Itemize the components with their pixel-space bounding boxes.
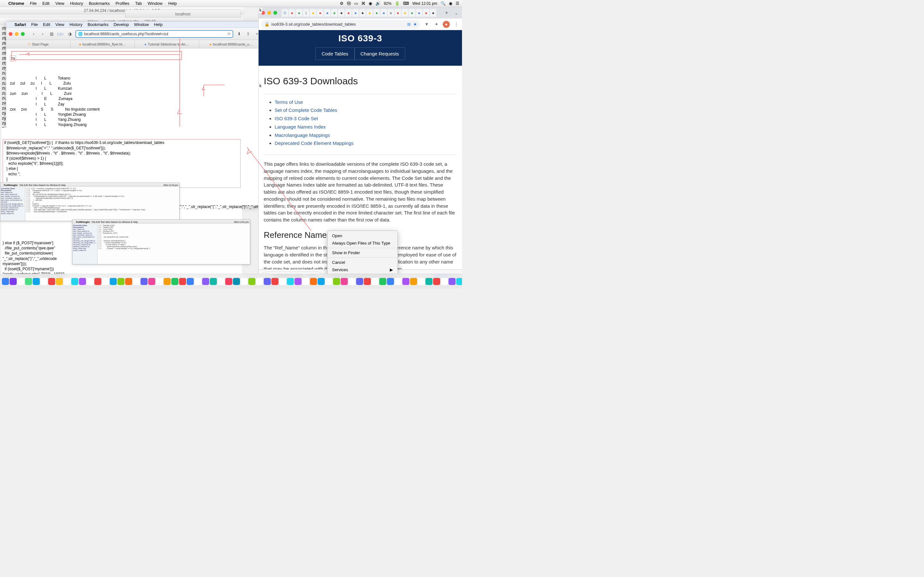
omnibox[interactable]: 🔒 iso639-3.sil.org/code_tables/download_…	[261, 20, 420, 29]
dock-app-icon[interactable]	[410, 278, 417, 285]
safari-menu-file[interactable]: File	[31, 22, 38, 27]
chrome-tab[interactable]: ■	[310, 9, 317, 17]
chrome-tab[interactable]: a	[388, 9, 394, 17]
dock-app-icon[interactable]	[94, 278, 102, 285]
dock-app-icon[interactable]	[372, 278, 379, 285]
dock-app-icon[interactable]	[433, 278, 440, 285]
dock-app-icon[interactable]	[333, 278, 340, 285]
chrome-tab[interactable]: ■	[324, 9, 330, 17]
dock-app-icon[interactable]	[71, 278, 78, 285]
battery-icon[interactable]: 🔋	[395, 1, 400, 6]
extensions-icon[interactable]: ✦	[433, 22, 439, 27]
menu-profiles[interactable]: Profiles	[115, 1, 129, 6]
dock-app-icon[interactable]	[56, 278, 63, 285]
dock-app-icon[interactable]	[349, 278, 355, 285]
menu-tab[interactable]: Tab	[135, 1, 142, 6]
chrome-tab[interactable]: ■	[345, 9, 352, 17]
sidebar-button[interactable]: ▥	[48, 31, 55, 37]
textwrangler-window-1[interactable]: TextWrangler File Edit Text View Search …	[0, 183, 180, 221]
dock-app-icon[interactable]	[25, 278, 32, 285]
tw-editor[interactable]: 1105 1106 1107 1108 1109 1117 1118 1119 …	[25, 187, 179, 221]
status-icon[interactable]: Ⓜ	[347, 1, 351, 6]
dock-app-icon[interactable]	[294, 278, 302, 285]
safari-menubar[interactable]: Safari File Edit View History Bookmarks …	[6, 21, 272, 28]
tab-cards[interactable]: ●localhost:8888/cards_u…	[199, 40, 264, 48]
dock-app-icon[interactable]	[63, 278, 71, 285]
dock-app-icon[interactable]	[379, 278, 386, 285]
menu-edit[interactable]: Edit	[42, 1, 49, 6]
chrome-tab[interactable]: ■	[381, 9, 387, 17]
list-icon[interactable]: ☰	[456, 1, 459, 6]
chrome-tabs[interactable]: G■■|■■■■■■■■■■■a■■■■■■	[282, 9, 442, 17]
dock-app-icon[interactable]	[156, 278, 163, 285]
zoom-icon[interactable]	[273, 11, 277, 15]
dock-app-icon[interactable]	[233, 278, 240, 285]
status-icon[interactable]: ⚙	[340, 1, 344, 6]
ctx-cancel[interactable]: Cancel	[328, 259, 397, 266]
chrome-tab[interactable]: ■	[289, 9, 295, 17]
dock-app-icon[interactable]	[79, 278, 86, 285]
dock-app-icon[interactable]	[164, 278, 171, 285]
dock-app-icon[interactable]	[210, 278, 217, 285]
macos-menubar[interactable]: Chrome File Edit View History Bookmarks …	[0, 0, 462, 7]
dock-app-icon[interactable]	[402, 278, 409, 285]
safari-menu-view[interactable]: View	[55, 22, 65, 27]
forward-button[interactable]: ›	[39, 31, 46, 37]
dock-app-icon[interactable]	[279, 278, 286, 285]
ctx-show-in-finder[interactable]: Show in Finder	[328, 249, 397, 256]
dock[interactable]	[0, 274, 462, 288]
dock-app-icon[interactable]	[40, 278, 47, 285]
avatar-icon[interactable]: ●	[443, 21, 450, 28]
chrome-tab[interactable]: ■	[317, 9, 323, 17]
tw-editor[interactable]: 160 163 168 169 170 171 172 173 174 175 …	[97, 224, 250, 264]
dock-app-icon[interactable]	[148, 278, 155, 285]
download-link[interactable]: Set of Complete Code Tables	[275, 107, 457, 114]
menubar-app[interactable]: Chrome	[8, 1, 24, 6]
volume-icon[interactable]: 🔊	[375, 1, 381, 6]
tw-sidebar[interactable]: Currently Open Documents aac_Ideas.txtaa…	[73, 224, 97, 264]
chrome-tab[interactable]: ■	[367, 9, 373, 17]
dock-app-icon[interactable]	[310, 278, 317, 285]
tab-lm-flyer[interactable]: ●localhost:8888/lm_flyer.ht…	[71, 40, 135, 48]
siri-icon[interactable]: ◉	[449, 1, 452, 6]
dock-app-icon[interactable]	[141, 278, 148, 285]
menu-view[interactable]: View	[55, 1, 64, 6]
clock[interactable]: Wed 12:01 pm	[412, 1, 437, 6]
ctx-open[interactable]: Open	[328, 232, 397, 239]
safari-app[interactable]: Safari	[15, 22, 26, 27]
menu-icon[interactable]: ⋮	[453, 22, 459, 27]
dock-app-icon[interactable]	[302, 278, 309, 285]
chrome-tab[interactable]: ■	[352, 9, 359, 17]
chrome-tab[interactable]: ■	[409, 9, 415, 17]
newtab-button[interactable]: +	[443, 9, 450, 17]
zoom-icon[interactable]	[21, 32, 25, 36]
chrome-bg-tab[interactable]: localhost	[125, 10, 241, 18]
dock-app-icon[interactable]	[17, 278, 24, 285]
context-menu[interactable]: Open Always Open Files of This Type Show…	[327, 230, 398, 275]
dock-app-icon[interactable]	[425, 278, 433, 285]
dock-app-icon[interactable]	[449, 278, 456, 285]
star-icon[interactable]: ★	[413, 22, 417, 27]
tw-file-list[interactable]: aac_Ideas.txtaac_new_grend.txtaac_ideas_…	[73, 228, 97, 251]
dock-app-icon[interactable]	[287, 278, 294, 285]
dock-app-icon[interactable]	[318, 278, 325, 285]
dock-app-icon[interactable]	[171, 278, 178, 285]
download-icon[interactable]: ⬇	[236, 31, 242, 37]
dock-app-icon[interactable]	[218, 278, 225, 285]
tw-sidebar[interactable]: Currently Open Documents aac_Ideas.txtaa…	[0, 187, 25, 221]
back-button[interactable]: ‹	[31, 31, 37, 37]
menu-file[interactable]: File	[30, 1, 37, 6]
dock-app-icon[interactable]	[441, 278, 448, 285]
dock-app-icon[interactable]	[102, 278, 109, 285]
fast-forward-icon[interactable]: ▷▷	[57, 31, 64, 37]
minimize-icon[interactable]	[15, 32, 19, 36]
safari-menu-history[interactable]: History	[69, 22, 82, 27]
dock-app-icon[interactable]	[256, 278, 263, 285]
dock-app-icon[interactable]	[2, 278, 9, 285]
nav-change-requests[interactable]: Change Requests	[355, 47, 405, 60]
chrome-tab[interactable]: ■	[416, 9, 422, 17]
lock-icon[interactable]: 🔒	[264, 22, 270, 27]
chrome-tab[interactable]: ■	[296, 9, 302, 17]
dock-app-icon[interactable]	[118, 278, 124, 285]
safari-url-field[interactable]: 🌐 localhost:8888/cards_usefocus.php?isot…	[75, 30, 233, 38]
